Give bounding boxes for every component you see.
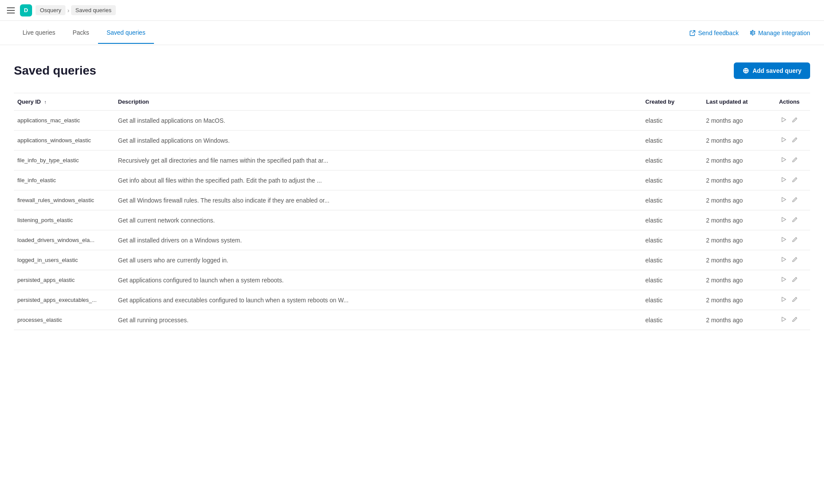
cell-query-id: persisted_apps_elastic	[14, 270, 118, 290]
cell-description: Get all installed drivers on a Windows s…	[118, 230, 645, 250]
manage-integration-link[interactable]: Manage integration	[749, 29, 810, 36]
cell-actions	[775, 310, 810, 330]
cell-query-id: loaded_drivers_windows_ela...	[14, 230, 118, 250]
run-query-icon[interactable]	[781, 137, 787, 144]
table-row: loaded_drivers_windows_ela... Get all in…	[14, 230, 810, 250]
col-header-last-updated: Last updated at	[706, 93, 775, 111]
cell-description: Get all installed applications on MacOS.	[118, 111, 645, 131]
run-query-icon[interactable]	[781, 196, 787, 204]
table-row: persisted_apps_executables_... Get appli…	[14, 290, 810, 310]
col-header-query-id[interactable]: Query ID ↑	[14, 93, 118, 111]
cell-last-updated: 2 months ago	[706, 151, 775, 170]
tab-live-queries[interactable]: Live queries	[14, 22, 64, 44]
page-title: Saved queries	[14, 64, 96, 78]
avatar: D	[20, 4, 32, 16]
run-query-icon[interactable]	[781, 296, 787, 304]
cell-created-by: elastic	[645, 230, 706, 250]
cell-actions	[775, 131, 810, 151]
edit-query-icon[interactable]	[792, 117, 798, 124]
run-query-icon[interactable]	[781, 316, 787, 324]
gear-icon	[749, 29, 755, 36]
edit-query-icon[interactable]	[792, 256, 798, 264]
svg-marker-6	[782, 237, 786, 242]
svg-marker-10	[782, 317, 786, 321]
cell-description: Get all installed applications on Window…	[118, 131, 645, 151]
tab-saved-queries[interactable]: Saved queries	[98, 22, 154, 44]
svg-marker-8	[782, 277, 786, 281]
svg-marker-7	[782, 257, 786, 262]
svg-marker-0	[782, 118, 786, 122]
add-button-label: Add saved query	[752, 67, 801, 74]
cell-description: Get applications and executables configu…	[118, 290, 645, 310]
cell-actions	[775, 230, 810, 250]
run-query-icon[interactable]	[781, 216, 787, 224]
cell-actions	[775, 170, 810, 190]
run-query-icon[interactable]	[781, 157, 787, 164]
cell-query-id: applications_mac_elastic	[14, 111, 118, 131]
cell-last-updated: 2 months ago	[706, 310, 775, 330]
plus-circle-icon: ⊕	[742, 67, 749, 75]
cell-created-by: elastic	[645, 131, 706, 151]
edit-query-icon[interactable]	[792, 137, 798, 144]
nav-actions: Send feedback Manage integration	[690, 29, 810, 36]
svg-marker-9	[782, 297, 786, 301]
tab-packs[interactable]: Packs	[64, 22, 98, 44]
cell-last-updated: 2 months ago	[706, 250, 775, 270]
secondary-nav: Live queries Packs Saved queries Send fe…	[0, 21, 824, 45]
breadcrumb-saved-queries[interactable]: Saved queries	[71, 5, 116, 15]
svg-marker-4	[782, 197, 786, 202]
cell-last-updated: 2 months ago	[706, 170, 775, 190]
cell-created-by: elastic	[645, 250, 706, 270]
edit-query-icon[interactable]	[792, 196, 798, 204]
table-row: processes_elastic Get all running proces…	[14, 310, 810, 330]
cell-query-id: persisted_apps_executables_...	[14, 290, 118, 310]
cell-description: Get all current network connections.	[118, 210, 645, 230]
edit-query-icon[interactable]	[792, 296, 798, 304]
run-query-icon[interactable]	[781, 276, 787, 284]
queries-table-container: Query ID ↑ Description Created by Last u…	[14, 93, 810, 330]
cell-actions	[775, 151, 810, 170]
table-row: file_info_elastic Get info about all fil…	[14, 170, 810, 190]
edit-query-icon[interactable]	[792, 216, 798, 224]
table-header-row: Query ID ↑ Description Created by Last u…	[14, 93, 810, 111]
cell-last-updated: 2 months ago	[706, 270, 775, 290]
edit-query-icon[interactable]	[792, 316, 798, 324]
col-header-description: Description	[118, 93, 645, 111]
page-header: Saved queries ⊕ Add saved query	[14, 62, 810, 79]
table-row: persisted_apps_elastic Get applications …	[14, 270, 810, 290]
cell-actions	[775, 270, 810, 290]
hamburger-menu[interactable]	[7, 7, 15, 13]
cell-actions	[775, 111, 810, 131]
cell-description: Get all Windows firewall rules. The resu…	[118, 190, 645, 210]
cell-created-by: elastic	[645, 111, 706, 131]
cell-created-by: elastic	[645, 290, 706, 310]
run-query-icon[interactable]	[781, 117, 787, 124]
cell-last-updated: 2 months ago	[706, 131, 775, 151]
col-header-actions: Actions	[775, 93, 810, 111]
edit-query-icon[interactable]	[792, 236, 798, 244]
cell-last-updated: 2 months ago	[706, 111, 775, 131]
edit-query-icon[interactable]	[792, 276, 798, 284]
send-feedback-link[interactable]: Send feedback	[690, 29, 739, 36]
svg-marker-1	[782, 137, 786, 142]
cell-actions	[775, 190, 810, 210]
col-header-created-by: Created by	[645, 93, 706, 111]
cell-description: Recursively get all directories and file…	[118, 151, 645, 170]
cell-actions	[775, 290, 810, 310]
edit-query-icon[interactable]	[792, 177, 798, 184]
breadcrumb: D Osquery › Saved queries	[20, 4, 116, 16]
cell-description: Get all users who are currently logged i…	[118, 250, 645, 270]
breadcrumb-osquery[interactable]: Osquery	[36, 5, 65, 15]
svg-marker-2	[782, 157, 786, 162]
run-query-icon[interactable]	[781, 256, 787, 264]
table-row: firewall_rules_windows_elastic Get all W…	[14, 190, 810, 210]
cell-query-id: listening_ports_elastic	[14, 210, 118, 230]
run-query-icon[interactable]	[781, 177, 787, 184]
svg-marker-5	[782, 217, 786, 222]
cell-description: Get info about all files within the spec…	[118, 170, 645, 190]
cell-description: Get all running processes.	[118, 310, 645, 330]
edit-query-icon[interactable]	[792, 157, 798, 164]
add-saved-query-button[interactable]: ⊕ Add saved query	[734, 62, 810, 79]
run-query-icon[interactable]	[781, 236, 787, 244]
manage-integration-label: Manage integration	[758, 29, 810, 36]
